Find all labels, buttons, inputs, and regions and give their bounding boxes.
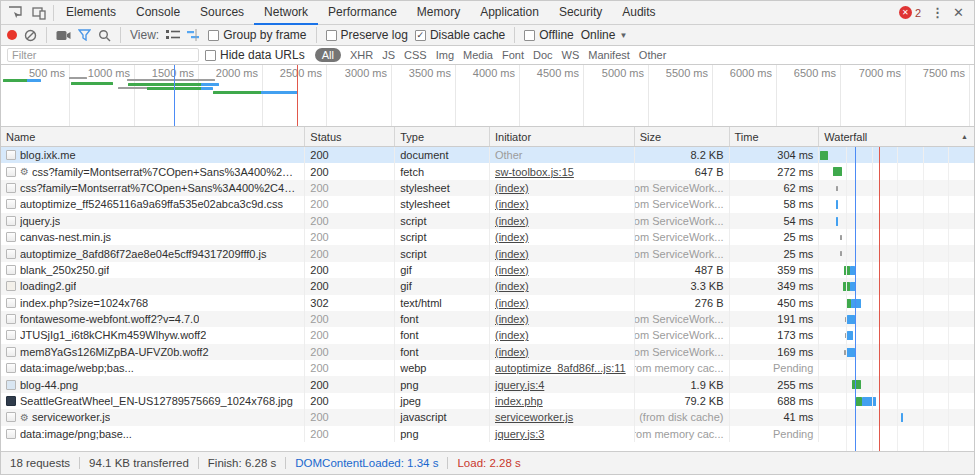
filter-pill-other[interactable]: Other	[639, 48, 667, 62]
record-icon[interactable]	[7, 30, 17, 40]
initiator-link[interactable]: (index)	[495, 231, 529, 243]
waterfall-gridline	[872, 147, 873, 451]
filter-pill-img[interactable]: Img	[436, 48, 454, 62]
type-cell: script	[395, 245, 490, 261]
initiator-link[interactable]: (index)	[495, 264, 529, 276]
initiator-link[interactable]: autoptimize_8afd86f...js:11	[495, 362, 626, 374]
request-row[interactable]: JTUSjIg1_i6t8kCHKm459Wlhyw.woff2200font(…	[1, 327, 974, 343]
time-value: 688 ms	[777, 395, 813, 407]
initiator-cell: (index)	[490, 229, 635, 245]
time-value: 173 ms	[777, 329, 813, 341]
size-value: 79.2 KB	[684, 395, 723, 407]
error-badge[interactable]: ✕ 2	[899, 6, 921, 19]
filter-pill-doc[interactable]: Doc	[533, 48, 553, 62]
column-header-name[interactable]: Name	[1, 127, 305, 146]
request-row[interactable]: mem8YaGs126MiZpBA-UFVZ0b.woff2200font(in…	[1, 344, 974, 360]
request-row[interactable]: SeattleGreatWheel_EN-US12789575669_1024x…	[1, 393, 974, 409]
initiator-link[interactable]: (index)	[495, 182, 529, 194]
request-row[interactable]: ⚙serviceworker.js200javascriptservicewor…	[1, 409, 974, 425]
tab-audits[interactable]: Audits	[612, 1, 665, 25]
column-header-initiator[interactable]: Initiator	[490, 127, 635, 146]
column-header-size[interactable]: Size	[635, 127, 730, 146]
column-header-label: Time	[735, 131, 759, 143]
request-row[interactable]: data:image/webp;bas...200webpautoptimize…	[1, 360, 974, 376]
inspect-element-icon[interactable]	[7, 5, 23, 21]
tab-performance[interactable]: Performance	[318, 1, 407, 25]
request-row[interactable]: ⚙css?family=Montserrat%7COpen+Sans%3A400…	[1, 163, 974, 179]
filter-pill-media[interactable]: Media	[463, 48, 493, 62]
throttling-select[interactable]: Online ▼	[581, 28, 628, 42]
column-header-type[interactable]: Type	[395, 127, 490, 146]
initiator-link[interactable]: serviceworker.js	[495, 411, 573, 423]
tab-elements[interactable]: Elements	[56, 1, 126, 25]
tab-security[interactable]: Security	[549, 1, 612, 25]
initiator-link[interactable]: jquery.js:4	[495, 379, 544, 391]
request-row[interactable]: loading2.gif200gif(index)3.3 KB349 ms	[1, 278, 974, 294]
initiator-cell: serviceworker.js	[490, 409, 635, 425]
request-row[interactable]: css?family=Montserrat%7COpen+Sans%3A400%…	[1, 180, 974, 196]
request-row[interactable]: canvas-nest.min.js200script(index)(from …	[1, 229, 974, 245]
tab-strip: ElementsConsoleSourcesNetworkPerformance…	[56, 1, 666, 25]
initiator-cell: jquery.js:3	[490, 426, 635, 442]
initiator-link[interactable]: (index)	[495, 329, 529, 341]
initiator-link[interactable]: index.php	[495, 395, 543, 407]
request-row[interactable]: index.php?size=1024x768302text/html(inde…	[1, 295, 974, 311]
tab-sources[interactable]: Sources	[190, 1, 254, 25]
overview-tick-label: 3500 ms	[395, 67, 451, 79]
initiator-link[interactable]: (index)	[495, 215, 529, 227]
filter-pill-manifest[interactable]: Manifest	[588, 48, 630, 62]
request-row[interactable]: jquery.js200script(index)(from ServiceWo…	[1, 213, 974, 229]
hide-data-urls-checkbox[interactable]: Hide data URLs	[205, 48, 305, 62]
initiator-link[interactable]: (index)	[495, 198, 529, 210]
request-row[interactable]: data:image/png;base...200pngjquery.js:3(…	[1, 426, 974, 442]
column-header-waterfall[interactable]: Waterfall▲	[819, 127, 974, 146]
device-toolbar-icon[interactable]	[31, 5, 47, 21]
group-by-frame-checkbox[interactable]: Group by frame	[208, 28, 306, 42]
request-row[interactable]: blank_250x250.gif200gif(index)487 B359 m…	[1, 262, 974, 278]
filter-input[interactable]	[7, 48, 199, 62]
initiator-link[interactable]: (index)	[495, 280, 529, 292]
name-cell: SeattleGreatWheel_EN-US12789575669_1024x…	[1, 393, 305, 409]
initiator-link[interactable]: (index)	[495, 313, 529, 325]
type-cell: gif	[395, 262, 490, 278]
column-header-status[interactable]: Status	[305, 127, 395, 146]
tab-network[interactable]: Network	[254, 1, 318, 25]
filter-pill-ws[interactable]: WS	[562, 48, 580, 62]
small-rows-icon[interactable]	[166, 29, 180, 41]
size-value: (from ServiceWork...	[635, 231, 724, 243]
column-header-time[interactable]: Time	[730, 127, 820, 146]
tab-application[interactable]: Application	[470, 1, 549, 25]
close-icon[interactable]: ✕	[953, 5, 964, 20]
initiator-link[interactable]: jquery.js:3	[495, 428, 544, 440]
initiator-link[interactable]: (index)	[495, 346, 529, 358]
request-row[interactable]: blog-44.png200pngjquery.js:41.9 KB255 ms	[1, 376, 974, 392]
disable-cache-checkbox[interactable]: ✓ Disable cache	[415, 28, 505, 42]
status-cell: 200	[305, 147, 395, 163]
filter-funnel-icon[interactable]	[78, 29, 91, 41]
screenshot-icon[interactable]	[56, 30, 71, 41]
timeline-overview[interactable]: 500 ms1000 ms1500 ms2000 ms2500 ms3000 m…	[1, 65, 974, 127]
waterfall-view-icon[interactable]	[187, 29, 201, 41]
search-icon[interactable]	[98, 29, 111, 42]
initiator-link[interactable]: (index)	[495, 248, 529, 260]
filter-pill-xhr[interactable]: XHR	[350, 48, 373, 62]
overview-tick-label: 1500 ms	[138, 67, 194, 79]
filter-pill-font[interactable]: Font	[502, 48, 524, 62]
tab-memory[interactable]: Memory	[407, 1, 470, 25]
clear-icon[interactable]	[24, 29, 37, 42]
filter-pill-js[interactable]: JS	[382, 48, 395, 62]
request-row[interactable]: autoptimize_ff52465116a9a69ffa535e02abca…	[1, 196, 974, 212]
preserve-log-checkbox[interactable]: Preserve log	[326, 28, 408, 42]
time-value: 304 ms	[777, 149, 813, 161]
initiator-link[interactable]: (index)	[495, 297, 529, 309]
offline-checkbox[interactable]: Offline	[524, 28, 573, 42]
request-row[interactable]: blog.ixk.me200documentOther8.2 KB304 ms	[1, 147, 974, 163]
initiator-link[interactable]: sw-toolbox.js:15	[495, 166, 574, 178]
request-row[interactable]: autoptimize_8afd86f72ae8e04e5cff94317209…	[1, 245, 974, 261]
request-row[interactable]: fontawesome-webfont.woff2?v=4.7.0200font…	[1, 311, 974, 327]
kebab-menu-icon[interactable]: ⋮	[931, 5, 943, 20]
tab-console[interactable]: Console	[126, 1, 190, 25]
time-cell: 62 ms	[730, 180, 820, 196]
filter-pill-all[interactable]: All	[315, 48, 341, 62]
filter-pill-css[interactable]: CSS	[404, 48, 427, 62]
